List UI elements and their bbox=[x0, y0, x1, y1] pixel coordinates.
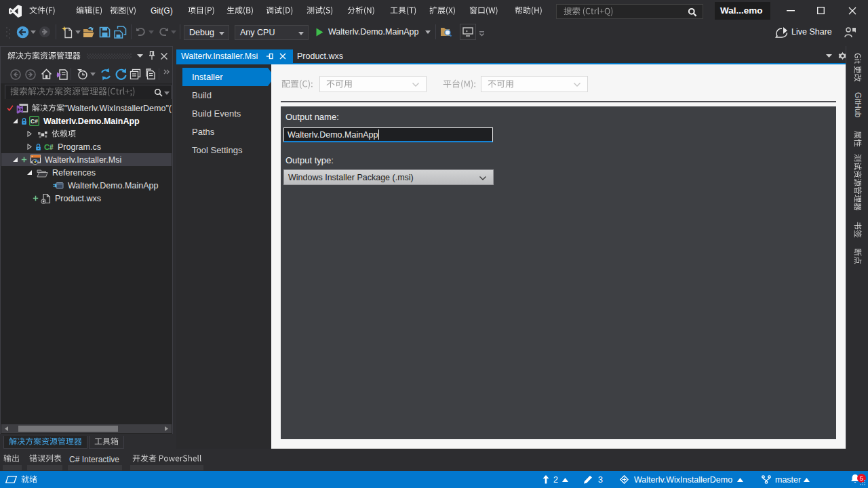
svg-text:C#: C# bbox=[31, 118, 38, 125]
svg-text:#: # bbox=[50, 144, 54, 151]
